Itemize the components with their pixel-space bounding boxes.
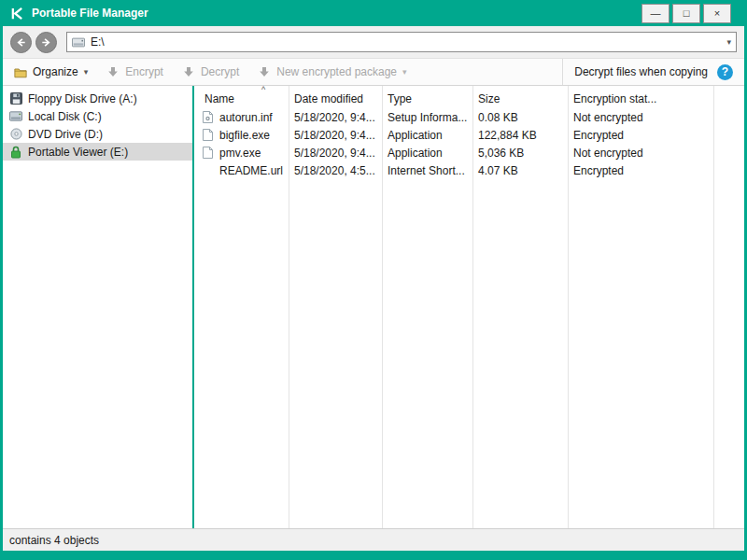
drive-icon bbox=[72, 35, 85, 49]
file-size: 5,036 KB bbox=[472, 147, 568, 160]
sidebar-item-floppy-a[interactable]: Floppy Disk Drive (A:) bbox=[3, 90, 192, 107]
file-name: pmv.exe bbox=[219, 147, 261, 160]
file-date: 5/18/2020, 9:4... bbox=[289, 147, 382, 160]
window-controls: — □ × bbox=[641, 4, 739, 23]
file-date: 5/18/2020, 9:4... bbox=[289, 129, 382, 142]
file-size: 0.08 KB bbox=[472, 111, 568, 124]
address-text: E:\ bbox=[91, 35, 105, 49]
title-bar: Portable File Manager — □ × bbox=[3, 0, 744, 26]
column-header-name[interactable]: ^ Name bbox=[194, 86, 289, 108]
sidebar-item-label: Portable Viewer (E:) bbox=[28, 146, 128, 159]
file-name: README.url bbox=[219, 164, 283, 177]
column-header-type[interactable]: Type bbox=[382, 86, 472, 108]
sidebar-item-portable-e[interactable]: Portable Viewer (E:) bbox=[3, 143, 192, 161]
file-type: Application bbox=[382, 129, 472, 142]
file-size: 122,884 KB bbox=[472, 129, 568, 142]
decrypt-when-copying-label[interactable]: Decrypt files when copying bbox=[574, 65, 708, 78]
toolbar-right: Decrypt files when copying ? bbox=[562, 59, 744, 85]
sidebar-item-label: DVD Drive (D:) bbox=[28, 128, 103, 141]
status-text: contains 4 objects bbox=[9, 534, 99, 547]
file-row-pmv-exe[interactable]: pmv.exe 5/18/2020, 9:4... Application 5,… bbox=[194, 144, 744, 161]
main-area: Floppy Disk Drive (A:) Local Disk (C:) D… bbox=[3, 86, 744, 528]
file-list-pane: ^ Name Date modified Type Size Encryptio… bbox=[194, 86, 744, 528]
file-icon bbox=[201, 129, 214, 142]
close-button[interactable]: × bbox=[703, 4, 731, 23]
column-header-date-modified[interactable]: Date modified bbox=[289, 86, 382, 108]
file-encryption-status: Not encrypted bbox=[568, 111, 713, 124]
file-row-bigfile-exe[interactable]: bigfile.exe 5/18/2020, 9:4... Applicatio… bbox=[194, 126, 744, 144]
setup-file-icon bbox=[201, 111, 214, 124]
file-name: autorun.inf bbox=[219, 111, 273, 124]
file-encryption-status: Not encrypted bbox=[568, 147, 713, 160]
toolbar-left: Organize ▾ Encrypt Decrypt New encrypte bbox=[3, 59, 562, 85]
file-icon bbox=[201, 147, 214, 160]
dvd-drive-icon bbox=[9, 128, 22, 141]
chevron-down-icon: ▾ bbox=[84, 67, 89, 77]
new-package-label: New encrypted package bbox=[276, 65, 397, 78]
sidebar-item-label: Local Disk (C:) bbox=[28, 110, 102, 123]
sort-ascending-icon: ^ bbox=[261, 86, 265, 94]
organize-button[interactable]: Organize ▾ bbox=[14, 65, 88, 78]
decrypt-label: Decrypt bbox=[201, 65, 239, 78]
new-encrypted-package-button[interactable]: New encrypted package ▾ bbox=[258, 65, 406, 78]
status-bar: contains 4 objects bbox=[3, 528, 744, 551]
file-row-autorun-inf[interactable]: autorun.inf 5/18/2020, 9:4... Setup Info… bbox=[194, 108, 744, 126]
sidebar-item-label: Floppy Disk Drive (A:) bbox=[28, 92, 137, 105]
decrypt-button[interactable]: Decrypt bbox=[182, 65, 239, 78]
file-name: bigfile.exe bbox=[219, 129, 270, 142]
file-type: Application bbox=[382, 147, 472, 160]
app-window: Portable File Manager — □ × E:\ ▾ bbox=[0, 0, 747, 560]
sidebar-item-dvd-d[interactable]: DVD Drive (D:) bbox=[3, 125, 192, 143]
back-button[interactable] bbox=[10, 32, 32, 53]
down-arrow-icon bbox=[106, 65, 120, 78]
navigation-bar: E:\ ▾ bbox=[3, 26, 744, 58]
file-row-readme-url[interactable]: README.url 5/18/2020, 4:5... Internet Sh… bbox=[194, 161, 744, 179]
folder-icon bbox=[14, 65, 27, 78]
minimize-button[interactable]: — bbox=[641, 4, 669, 23]
file-date: 5/18/2020, 4:5... bbox=[289, 164, 382, 177]
hard-disk-icon bbox=[9, 110, 22, 123]
file-encryption-status: Encrypted bbox=[568, 164, 713, 177]
column-header-spacer bbox=[713, 86, 744, 108]
down-arrow-icon bbox=[182, 65, 195, 78]
chevron-down-icon: ▾ bbox=[402, 67, 407, 77]
organize-label: Organize bbox=[33, 65, 78, 78]
drive-sidebar: Floppy Disk Drive (A:) Local Disk (C:) D… bbox=[3, 86, 192, 528]
green-lock-icon bbox=[9, 146, 22, 159]
file-encryption-status: Encrypted bbox=[568, 129, 713, 142]
encrypt-label: Encrypt bbox=[125, 65, 163, 78]
file-type: Setup Informa... bbox=[382, 111, 472, 124]
sidebar-item-local-c[interactable]: Local Disk (C:) bbox=[3, 107, 192, 125]
window-title: Portable File Manager bbox=[32, 7, 148, 20]
address-dropdown-icon[interactable]: ▾ bbox=[726, 37, 731, 47]
address-bar[interactable]: E:\ ▾ bbox=[66, 32, 737, 52]
column-header-encryption-status[interactable]: Encryption stat... bbox=[568, 86, 713, 108]
forward-button[interactable] bbox=[35, 32, 57, 53]
maximize-button[interactable]: □ bbox=[672, 4, 700, 23]
encrypt-button[interactable]: Encrypt bbox=[106, 65, 163, 78]
file-date: 5/18/2020, 9:4... bbox=[289, 111, 382, 124]
down-arrow-icon bbox=[258, 65, 271, 78]
kaspersky-logo-icon bbox=[8, 6, 25, 21]
floppy-drive-icon bbox=[9, 92, 22, 105]
column-header-size[interactable]: Size bbox=[472, 86, 568, 108]
blank-icon bbox=[201, 164, 214, 177]
column-header-row: ^ Name Date modified Type Size Encryptio… bbox=[194, 86, 744, 108]
file-type: Internet Short... bbox=[382, 164, 472, 177]
toolbar: Organize ▾ Encrypt Decrypt New encrypte bbox=[3, 58, 744, 86]
help-icon[interactable]: ? bbox=[717, 64, 733, 80]
file-size: 4.07 KB bbox=[472, 164, 568, 177]
